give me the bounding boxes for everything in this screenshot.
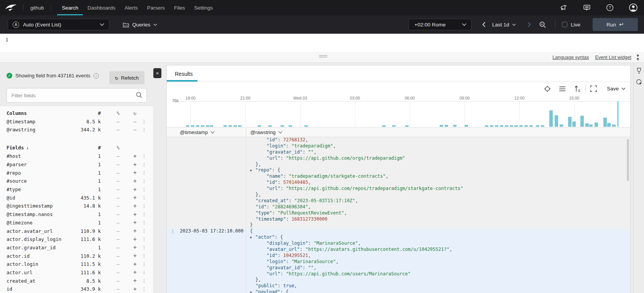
field-name[interactable]: actor.gravatar_id	[7, 245, 74, 250]
time-back-button[interactable]	[479, 19, 488, 30]
json-collapse-toggle-icon[interactable]: ▼	[250, 235, 255, 241]
field-menu-icon[interactable]: ⋮	[141, 170, 147, 175]
field-name[interactable]: #type	[7, 187, 74, 192]
add-field-button[interactable]: +	[128, 244, 141, 251]
field-menu-icon[interactable]: ⋮	[141, 262, 147, 267]
field-name[interactable]: #host	[7, 153, 74, 159]
save-button[interactable]: Save	[607, 86, 626, 92]
sort-ascending-icon[interactable]	[574, 85, 581, 92]
tab-dashboards[interactable]: Dashboards	[83, 0, 120, 15]
chat-icon[interactable]	[583, 3, 591, 12]
field-menu-icon[interactable]: ⋮	[141, 162, 147, 167]
collapse-sidebar-button[interactable]: «	[153, 68, 161, 78]
pointer-circle-icon[interactable]	[636, 79, 642, 87]
refresh-icon[interactable]: ↻	[128, 110, 141, 116]
row-menu-icon[interactable]: ⋮	[171, 229, 175, 235]
live-toggle[interactable]: Live	[562, 19, 580, 30]
field-menu-icon[interactable]: ⋮	[141, 228, 147, 234]
time-forward-button[interactable]	[524, 19, 534, 30]
info-icon[interactable]: i	[94, 73, 99, 79]
json-collapse-toggle-icon[interactable]: ▼	[250, 168, 255, 174]
filter-fields-input[interactable]	[7, 88, 147, 103]
add-field-button[interactable]: +	[128, 286, 141, 293]
add-field-button[interactable]: +	[128, 203, 141, 210]
column-header-rawstring[interactable]: @rawstring	[246, 127, 630, 137]
time-range-dropdown[interactable]: Last 1d	[492, 19, 516, 30]
event-list-widget-link[interactable]: Event List widget	[595, 55, 632, 60]
vertical-scrollbar-thumb[interactable]	[627, 139, 629, 181]
collapse-vertical-icon[interactable]	[635, 54, 641, 62]
field-name[interactable]: @ingesttimestamp	[7, 203, 74, 209]
field-name[interactable]: #parser	[7, 162, 74, 167]
queries-menu-button[interactable]: Queries	[123, 19, 157, 30]
bell-icon[interactable]	[636, 67, 642, 75]
fullscreen-icon[interactable]	[590, 85, 597, 92]
run-button[interactable]: Run ↵	[593, 18, 638, 31]
field-menu-icon[interactable]: ⋮	[141, 245, 147, 250]
language-syntax-link[interactable]: Language syntax	[552, 55, 589, 60]
add-field-button[interactable]: +	[128, 169, 141, 176]
add-field-button[interactable]: +	[128, 236, 141, 243]
tab-parsers[interactable]: Parsers	[143, 0, 170, 15]
field-menu-icon[interactable]: ⋮	[141, 237, 147, 242]
zoom-out-time-icon[interactable]	[537, 19, 547, 30]
query-editor[interactable]: 1	[0, 34, 644, 52]
field-menu-icon[interactable]: ⋮	[141, 286, 147, 292]
sort-descending-icon[interactable]: ↓	[26, 145, 29, 151]
field-menu-icon[interactable]: ⋮	[141, 270, 147, 275]
field-menu-icon[interactable]: ⋮	[141, 127, 147, 133]
view-selector-dropdown[interactable]: A Auto (Event List)	[8, 19, 109, 30]
json-collapse-toggle-icon[interactable]: ▼	[250, 290, 255, 293]
add-field-button[interactable]: +	[128, 178, 141, 185]
add-field-button[interactable]: +	[128, 277, 141, 284]
repository-name[interactable]: github	[27, 5, 47, 11]
event-row[interactable]: "id": 72768132, "login": "tradeparadigm"…	[167, 137, 630, 228]
add-field-button[interactable]: +	[128, 261, 141, 268]
field-name[interactable]: @timestamp	[7, 119, 74, 124]
field-name[interactable]: @timestamp.nanos	[7, 211, 74, 217]
add-field-button[interactable]: +	[128, 161, 141, 168]
add-field-button[interactable]: +	[128, 252, 141, 259]
crosshair-icon[interactable]	[544, 85, 551, 92]
field-menu-icon[interactable]: ⋮	[141, 178, 147, 184]
field-menu-icon[interactable]: ⋮	[141, 195, 147, 200]
tab-alerts[interactable]: Alerts	[120, 0, 143, 15]
field-name[interactable]: created_at	[7, 278, 74, 284]
column-header-timestamp[interactable]: @timestamp	[180, 129, 246, 135]
field-menu-icon[interactable]: ⋮	[141, 253, 147, 259]
live-checkbox[interactable]	[562, 22, 567, 27]
refetch-button[interactable]: ↻ Refetch	[109, 71, 145, 84]
field-menu-icon[interactable]: ⋮	[141, 212, 147, 217]
field-name[interactable]: actor.url	[7, 270, 74, 275]
field-name[interactable]: #repo	[7, 170, 74, 176]
add-field-button[interactable]: +	[128, 186, 141, 193]
field-name[interactable]: actor.id	[7, 253, 74, 259]
field-name[interactable]: @timezone	[7, 220, 74, 226]
field-menu-icon[interactable]: ⋮	[141, 203, 147, 209]
field-name[interactable]: actor.display_login	[7, 236, 74, 242]
help-icon[interactable]: ?	[606, 3, 614, 12]
tab-files[interactable]: Files	[169, 0, 190, 15]
row-density-icon[interactable]	[559, 86, 566, 92]
field-name[interactable]: actor.avatar_url	[7, 228, 74, 234]
add-field-button[interactable]: +	[128, 269, 141, 276]
field-name[interactable]: actor.login	[7, 261, 74, 267]
field-menu-icon[interactable]: ⋮	[141, 220, 147, 225]
field-menu-icon[interactable]: ⋮	[141, 154, 147, 159]
megaphone-icon[interactable]	[560, 3, 568, 12]
editor-resize-handle[interactable]	[319, 54, 327, 58]
field-menu-icon[interactable]: ⋮	[141, 278, 147, 283]
tab-search[interactable]: Search	[57, 0, 83, 15]
add-field-button[interactable]: +	[128, 228, 141, 234]
tab-settings[interactable]: Settings	[190, 0, 218, 15]
event-row[interactable]: ⋮2023-05-03 17:22:10.000{▼"actor": { "di…	[167, 228, 630, 293]
field-name[interactable]: id	[7, 286, 74, 292]
add-field-button[interactable]: +	[128, 153, 141, 160]
field-name[interactable]: @id	[7, 195, 74, 201]
add-field-button[interactable]: +	[128, 194, 141, 201]
field-menu-icon[interactable]: ⋮	[141, 187, 147, 192]
field-name[interactable]: @rawstring	[7, 127, 74, 133]
add-field-button[interactable]: +	[128, 219, 141, 226]
field-name[interactable]: #source	[7, 178, 74, 184]
tab-results[interactable]: Results	[175, 65, 193, 82]
